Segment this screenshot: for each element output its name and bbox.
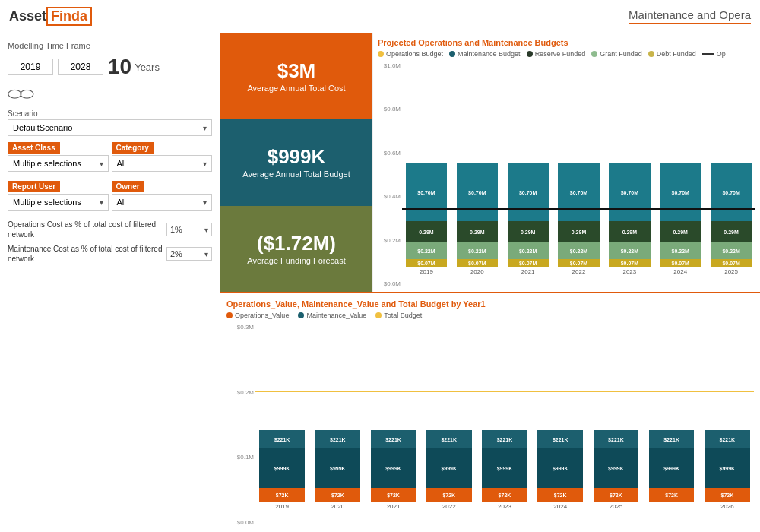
card-funding-forecast-label: Average Funding Forecast bbox=[247, 255, 345, 266]
bottom-bar-group-extra: $221K$999K$72K bbox=[645, 324, 698, 514]
proj-bar-group-2025: $0.70M0.29M$0.22M$0.07M2025 bbox=[707, 62, 755, 275]
category-group: Category All ▾ bbox=[112, 142, 213, 172]
bottom-top-label: $221K bbox=[274, 437, 290, 442]
bottom-mid-segment: $999K bbox=[649, 448, 695, 488]
bottom-bar-group-2025: $221K$999K$72K2025 bbox=[589, 324, 642, 514]
bottom-year-label-2020: 2020 bbox=[331, 503, 344, 514]
year-start-input[interactable] bbox=[8, 59, 53, 75]
ops-value-legend-dot bbox=[226, 312, 233, 318]
projected-y-axis: $1.0M $0.8M $0.6M $0.4M $0.2M $0.0M bbox=[378, 62, 402, 287]
report-user-dropdown[interactable]: Multiple selections ▾ bbox=[8, 194, 109, 211]
bottom-y-00m: $0.0M bbox=[237, 519, 254, 526]
bottom-mid-label: $999K bbox=[497, 466, 513, 471]
light-label: $0.22M bbox=[570, 249, 587, 254]
proj-year-label-2022: 2022 bbox=[572, 268, 586, 275]
bottom-mid-segment: $999K bbox=[315, 448, 360, 488]
bottom-bar-chart: $221K$999K$72K2019$221K$999K$72K2020$221… bbox=[255, 324, 754, 514]
debt-funded-legend-label: Debt Funded bbox=[657, 50, 696, 58]
yellow-label: $0.07M bbox=[519, 261, 537, 266]
top-section: $3M Average Annual Total Cost $999K Aver… bbox=[220, 33, 760, 292]
maint-cost-dropdown[interactable]: 2% ▾ bbox=[166, 247, 212, 261]
bottom-bar-group-2024: $221K$999K$72K2024 bbox=[534, 324, 587, 514]
light-label: $0.22M bbox=[519, 249, 537, 254]
total-budget-legend-label: Total Budget bbox=[384, 312, 422, 319]
asset-class-label: Asset Class bbox=[8, 142, 60, 154]
yellow-segment: $0.07M bbox=[457, 259, 498, 267]
yellow-label: $0.07M bbox=[570, 261, 587, 266]
category-dropdown[interactable]: All ▾ bbox=[112, 155, 213, 172]
scenario-group: Scenario DefaultScenario ▾ bbox=[8, 109, 212, 136]
dark-segment: 0.29M bbox=[508, 221, 549, 242]
ops-cost-label: Operations Cost as % of total cost of fi… bbox=[8, 220, 166, 239]
bottom-mid-label: $999K bbox=[330, 466, 346, 471]
bottom-top-label: $221K bbox=[441, 437, 457, 442]
bottom-y-03m: $0.3M bbox=[237, 324, 254, 331]
bottom-bar-group-2019: $221K$999K$72K2019 bbox=[255, 324, 309, 514]
category-value: All bbox=[117, 159, 126, 168]
teal-label: $0.70M bbox=[621, 190, 638, 195]
bottom-year-label-2026: 2026 bbox=[720, 503, 734, 514]
proj-year-label-2025: 2025 bbox=[724, 268, 738, 275]
bottom-bot-label: $72K bbox=[554, 492, 567, 498]
owner-group: Owner All ▾ bbox=[112, 181, 213, 211]
asset-class-arrow-icon: ▾ bbox=[100, 160, 103, 168]
maint-cost-row: Maintenance Cost as % of total cost of f… bbox=[8, 244, 212, 264]
scenario-dropdown[interactable]: DefaultScenario ▾ bbox=[8, 119, 212, 136]
time-frame-label: Modelling Time Frame bbox=[8, 41, 212, 50]
scenario-arrow-icon: ▾ bbox=[203, 124, 207, 132]
legend-grant-funded: Grant Funded bbox=[591, 50, 642, 58]
yellow-label: $0.07M bbox=[672, 261, 689, 266]
bottom-top-label: $221K bbox=[720, 437, 736, 442]
ops-cost-dropdown[interactable]: 1% ▾ bbox=[166, 223, 212, 236]
bottom-chart-legend: Operations_Value Maintenance_Value Total… bbox=[226, 312, 754, 319]
dark-label: 0.29M bbox=[622, 230, 637, 235]
bottom-year-label-2023: 2023 bbox=[498, 503, 511, 514]
card-total-cost: $3M Average Annual Total Cost bbox=[220, 33, 372, 119]
bottom-bar-group-2022: $221K$999K$72K2022 bbox=[423, 324, 476, 514]
maint-cost-label: Maintenance Cost as % of total cost of f… bbox=[8, 244, 166, 264]
card-total-cost-value: $3M bbox=[277, 59, 316, 83]
bottom-bot-segment: $72K bbox=[705, 488, 750, 502]
logo-asset-text: Asset bbox=[9, 8, 46, 24]
total-budget-legend-dot bbox=[375, 312, 382, 318]
light-segment: $0.22M bbox=[508, 242, 549, 259]
projected-chart-area: Projected Operations and Maintenance Bud… bbox=[372, 33, 760, 292]
yellow-segment: $0.07M bbox=[508, 259, 549, 267]
bottom-mid-segment: $999K bbox=[371, 448, 416, 488]
report-owner-row: Report User Multiple selections ▾ Owner … bbox=[8, 181, 212, 217]
bottom-mid-segment: $999K bbox=[594, 448, 639, 488]
bottom-mid-label: $999K bbox=[720, 466, 736, 471]
summary-cards: $3M Average Annual Total Cost $999K Aver… bbox=[220, 33, 372, 292]
bottom-year-label-2025: 2025 bbox=[610, 503, 623, 514]
bottom-year-label-2024: 2024 bbox=[553, 503, 567, 514]
proj-bar-group-2019: $0.70M0.29M$0.22M$0.07M2019 bbox=[402, 62, 451, 275]
bottom-top-segment: $221K bbox=[649, 430, 695, 448]
maint-cost-arrow-icon: ▾ bbox=[204, 250, 208, 258]
teal-segment: $0.70M bbox=[660, 163, 701, 221]
light-segment: $0.22M bbox=[457, 242, 498, 259]
yellow-segment: $0.07M bbox=[609, 259, 650, 267]
teal-segment: $0.70M bbox=[457, 163, 498, 221]
dark-label: 0.29M bbox=[521, 230, 535, 235]
owner-dropdown[interactable]: All ▾ bbox=[112, 194, 213, 211]
teal-segment: $0.70M bbox=[406, 163, 447, 221]
maint-value-legend-label: Maintenance_Value bbox=[306, 312, 366, 319]
dark-label: 0.29M bbox=[572, 230, 586, 235]
teal-segment: $0.70M bbox=[508, 163, 549, 221]
bottom-bot-label: $72K bbox=[499, 492, 511, 498]
teal-label: $0.70M bbox=[722, 190, 739, 195]
asset-class-dropdown[interactable]: Multiple selections ▾ bbox=[8, 155, 109, 172]
bottom-bot-segment: $72K bbox=[259, 488, 305, 502]
year-end-input[interactable] bbox=[58, 59, 103, 75]
bottom-bot-segment: $72K bbox=[426, 488, 472, 502]
card-total-budget-value: $999K bbox=[268, 145, 326, 169]
bottom-bot-segment: $72K bbox=[315, 488, 360, 502]
dark-segment: 0.29M bbox=[406, 221, 447, 242]
teal-label: $0.70M bbox=[468, 190, 486, 195]
bottom-mid-label: $999K bbox=[663, 466, 679, 471]
legend-op-line: Op bbox=[702, 50, 726, 58]
category-label: Category bbox=[112, 142, 154, 154]
teal-segment: $0.70M bbox=[558, 163, 599, 221]
asset-class-group: Asset Class Multiple selections ▾ bbox=[8, 142, 109, 172]
bottom-top-segment: $221K bbox=[259, 430, 305, 448]
